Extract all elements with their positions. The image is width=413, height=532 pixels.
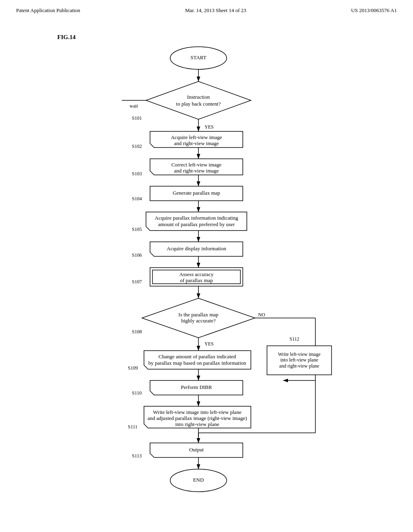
s101-step: S101 (132, 115, 142, 121)
s107-label1: Assess accuracy (179, 271, 214, 277)
s112-label1: Write left-view image (278, 351, 320, 357)
s108-label2: highly accurate? (181, 318, 216, 324)
s101-label2: to play back content? (176, 101, 221, 107)
diagram-container: FIG.14 START Instruction to play back co… (0, 18, 413, 532)
s105-step: S105 (132, 227, 142, 232)
s110-step: S110 (132, 390, 142, 396)
s107-label2: of parallax map (180, 277, 213, 283)
s111-label3: into right-view plane (175, 421, 219, 427)
s102-label2: and right-view image (174, 140, 219, 146)
s109-step: S109 (128, 365, 138, 371)
header-right: US 2013/0063576 A1 (351, 7, 397, 14)
s108-yes: YES (204, 341, 214, 347)
header-left: Patent Application Publication (16, 7, 80, 14)
s108-no: NO (258, 312, 265, 318)
s101-label1: Instruction (187, 94, 210, 100)
s103-label1: Correct left-view image (171, 162, 221, 168)
s102-step: S102 (132, 143, 142, 149)
s113-step: S113 (132, 453, 142, 459)
fig-label: FIG.14 (57, 34, 76, 40)
s108-label1: Is the parallax map (178, 312, 218, 318)
s105-label2: amount of parallax preferred by user (158, 221, 235, 227)
end-label: END (193, 477, 204, 483)
s107-step: S107 (132, 279, 142, 285)
s106-step: S106 (132, 252, 142, 258)
s112-label3: and right-view plane (279, 363, 319, 369)
start-label: START (190, 54, 206, 60)
s101-yes: YES (204, 124, 214, 130)
s109-label1: Change amount of parallax indicated (159, 353, 236, 360)
s104-label: Generate parallax map (173, 190, 220, 196)
s111-label1: Write left-view image into left-view pla… (153, 409, 242, 415)
s109-label2: by parallax map based on parallax inform… (148, 360, 246, 366)
page-header: Patent Application Publication Mar. 14, … (0, 0, 413, 18)
s103-step: S103 (132, 171, 142, 177)
s110-label: Perform DIBR (181, 384, 212, 390)
header-center: Mar. 14, 2013 Sheet 14 of 23 (185, 7, 246, 14)
s103-label2: and right-view image (174, 168, 219, 174)
s105-label1: Acquire parallax information indicating (155, 215, 238, 221)
s102-label1: Acquire left-view image (171, 134, 222, 140)
s101-wait: wait (129, 103, 138, 109)
s111-label2: and adjusted parallax image (right-view … (148, 415, 247, 421)
s104-step: S104 (132, 196, 142, 202)
s111-step: S111 (128, 424, 138, 430)
s113-label: Output (189, 447, 204, 453)
s112-step: S112 (290, 336, 299, 342)
s108-step: S108 (132, 329, 142, 335)
s106-label: Acquire display information (167, 245, 226, 251)
flowchart-svg: FIG.14 START Instruction to play back co… (25, 26, 388, 532)
s112-label2: into left-view plane (280, 357, 318, 363)
